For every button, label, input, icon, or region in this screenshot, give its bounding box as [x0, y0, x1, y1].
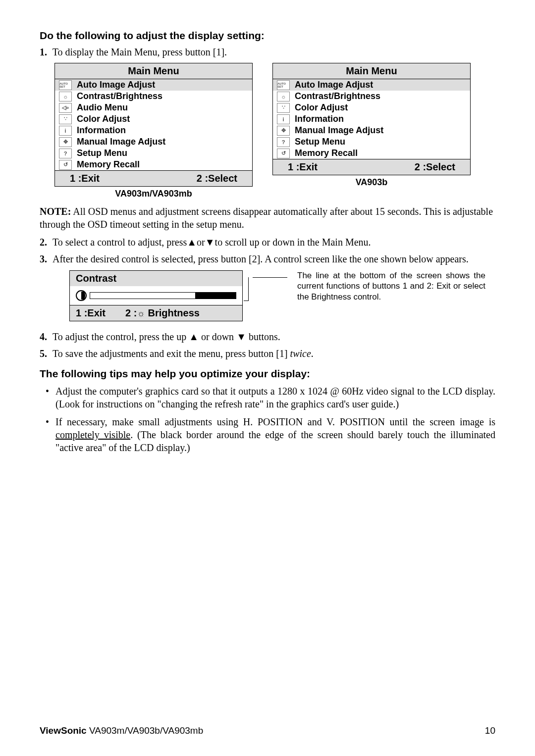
menu-item-label: Information — [295, 114, 344, 124]
menu-item-label: Color Adjust — [77, 114, 130, 124]
menu-items: AUTO SETAuto Image Adjust☼Contrast/Brigh… — [273, 79, 470, 159]
contrast-label: Contrast — [76, 273, 116, 284]
color-icon: ∵ — [59, 114, 72, 124]
color-icon: ∵ — [277, 103, 290, 113]
menu-items: AUTO SETAuto Image Adjust☼Contrast/Brigh… — [55, 79, 252, 170]
text: or — [197, 237, 205, 248]
tip-1: • Adjust the computer's graphics card so… — [46, 385, 495, 410]
text: To save the adjustments and exit the men… — [53, 348, 290, 359]
down-triangle-icon: ▼ — [205, 237, 215, 248]
move-icon: ✥ — [277, 126, 290, 136]
menu-item: AUTO SETAuto Image Adjust — [273, 79, 470, 91]
slider-track — [90, 292, 236, 299]
tip-text: Adjust the computer's graphics card so t… — [55, 385, 495, 410]
auto-set-icon: AUTO SET — [59, 80, 72, 90]
footer-select: 2 :Select — [415, 161, 455, 173]
menu-item: ☼Contrast/Brightness — [55, 91, 252, 102]
menu-item-label: Setup Menu — [77, 148, 127, 158]
menu-item: ✥Manual Image Adjust — [273, 125, 470, 136]
step-num: 4. — [40, 330, 53, 343]
menu-item-label: Information — [77, 125, 126, 136]
note-paragraph: NOTE: All OSD menus and adjustment scree… — [40, 205, 495, 231]
footer-exit: 1 :Exit — [76, 307, 106, 319]
step-text: To display the Main Menu, press button [… — [53, 47, 227, 57]
text: . — [311, 348, 314, 359]
italic-text: twice — [290, 348, 311, 359]
menu-caption-left: VA903m/VA903mb — [54, 189, 253, 199]
recall-icon: ↺ — [277, 149, 290, 158]
menu-title: Main Menu — [55, 63, 252, 79]
menu-item-label: Setup Menu — [295, 137, 345, 147]
menu-item: iInformation — [55, 125, 252, 136]
callout-text: The line at the bottom of the screen sho… — [297, 270, 485, 302]
bullet-icon: • — [46, 385, 55, 410]
menu-item: ✥Manual Image Adjust — [55, 136, 252, 148]
section-heading: Do the following to adjust the display s… — [40, 30, 495, 42]
audio-icon: ◁» — [59, 103, 72, 113]
model-name: VA903m/VA903b/VA903mb — [87, 725, 204, 736]
step-num: 1. — [40, 47, 47, 57]
menu-item: ?Setup Menu — [273, 136, 470, 148]
menu-item: AUTO SETAuto Image Adjust — [55, 79, 252, 91]
note-label: NOTE: — [40, 206, 71, 217]
menu-item: ∵Color Adjust — [273, 102, 470, 113]
text: To adjust the control, press the up — [53, 331, 189, 342]
underlined-text: completely visible — [55, 429, 130, 440]
step-body: To select a control to adjust, press▲or▼… — [53, 236, 495, 249]
page-footer: ViewSonic VA903m/VA903b/VA903mb 10 — [40, 725, 495, 736]
menu-item-label: Memory Recall — [295, 148, 358, 158]
main-menu-left: Main Menu AUTO SETAuto Image Adjust☼Cont… — [54, 63, 253, 187]
brightness-icon: ☼ — [277, 92, 290, 101]
brightness-icon: ☼ — [59, 92, 72, 101]
note-text: All OSD menus and adjustment screens dis… — [40, 206, 493, 230]
text: Brightness — [145, 307, 200, 318]
text: to scroll up or down in the Main Menu. — [215, 237, 371, 248]
recall-icon: ↺ — [59, 160, 72, 170]
contrast-icon — [76, 290, 87, 301]
menu-item-label: Manual Image Adjust — [295, 125, 383, 136]
menu-item-label: Memory Recall — [77, 159, 140, 170]
step-num: 3. — [40, 252, 53, 265]
question-icon: ? — [59, 149, 72, 158]
text: To select a control to adjust, press — [53, 237, 187, 248]
menu-item-label: Auto Image Adjust — [77, 80, 155, 90]
menu-item: iInformation — [273, 113, 470, 125]
step-5: 5. To save the adjustments and exit the … — [40, 347, 495, 360]
step-num: 5. — [40, 347, 53, 360]
menu-item: ↺Memory Recall — [55, 159, 252, 170]
menu-item: ◁»Audio Menu — [55, 102, 252, 113]
info-icon: i — [277, 114, 290, 124]
tip-text: If necessary, make small adjustments usi… — [55, 415, 495, 454]
menu-right-wrap: Main Menu AUTO SETAuto Image Adjust☼Cont… — [272, 63, 471, 199]
footer-left: ViewSonic VA903m/VA903b/VA903mb — [40, 725, 203, 736]
down-triangle-icon: ▼ — [236, 331, 246, 342]
menu-item-label: Color Adjust — [295, 102, 348, 113]
step-body: To adjust the control, press the up ▲ or… — [53, 330, 495, 343]
menu-item: ↺Memory Recall — [273, 148, 470, 159]
question-icon: ? — [277, 137, 290, 147]
section-heading: The following tips may help you optimize… — [40, 368, 495, 380]
text: or down — [199, 331, 236, 342]
callout-connector — [244, 277, 249, 301]
up-triangle-icon: ▲ — [187, 237, 197, 248]
menu-item: ∵Color Adjust — [55, 113, 252, 125]
menu-item-label: Manual Image Adjust — [77, 137, 165, 147]
contrast-slider — [70, 286, 242, 305]
contrast-footer: 1 :Exit 2 :☼ Brightness — [69, 305, 243, 321]
sun-icon: ☼ — [137, 308, 145, 318]
step-4: 4. To adjust the control, press the up ▲… — [40, 330, 495, 343]
info-icon: i — [59, 126, 72, 136]
brand-name: ViewSonic — [40, 725, 87, 736]
menu-item-label: Audio Menu — [77, 102, 128, 113]
step-1: 1. To display the Main Menu, press butto… — [40, 47, 495, 58]
menu-title: Main Menu — [273, 63, 470, 79]
text: If necessary, make small adjustments usi… — [55, 416, 495, 427]
text: 2 : — [125, 307, 137, 318]
contrast-example-row: Contrast 1 :Exit 2 :☼ Brightness The lin… — [69, 270, 495, 321]
move-icon: ✥ — [59, 137, 72, 147]
menu-item-label: Contrast/Brightness — [295, 91, 380, 101]
footer-exit: 1 :Exit — [70, 173, 100, 184]
step-body: To save the adjustments and exit the men… — [53, 347, 495, 360]
footer-brightness: 2 :☼ Brightness — [125, 307, 200, 319]
menu-item: ☼Contrast/Brightness — [273, 91, 470, 102]
